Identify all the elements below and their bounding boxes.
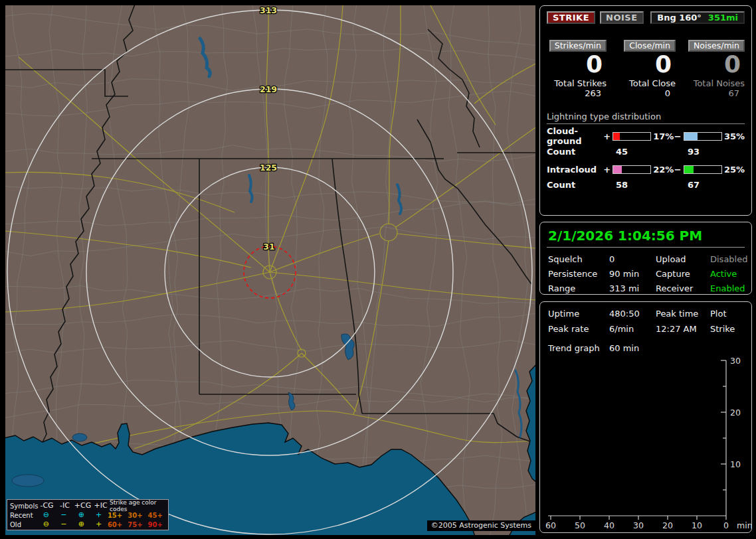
plus-sign: + <box>603 131 611 141</box>
close-per-min-value: 0 <box>655 52 676 77</box>
count-label: Count <box>547 180 575 190</box>
age-code-45: 45+ <box>148 512 168 519</box>
strikes-per-min-value: 0 <box>586 52 607 77</box>
datetime-display: 2/1/2026 1:04:56 PM <box>547 226 745 248</box>
cg-negative-count: 93 <box>688 147 700 157</box>
ic-negative-bar-fill <box>684 166 694 173</box>
bearing-readout: Bng 160° 351mi <box>650 11 745 24</box>
intracloud-count-row: Count 58 67 <box>547 180 745 191</box>
legend-col-neg-cg: -CG <box>38 502 56 510</box>
persistence-value: 90 min <box>609 269 656 279</box>
legend-col-pos-ic: +IC <box>92 502 110 510</box>
legend-col-neg-ic: -IC <box>56 502 74 510</box>
bearing-distance: 351mi <box>708 13 738 23</box>
persistence-label: Persistence <box>548 269 609 279</box>
noise-mode-button[interactable]: NOISE <box>600 11 644 24</box>
cg-positive-bar-fill <box>613 133 620 140</box>
stats-panel: Uptime 480:50 Peak time Plot Peak rate 6… <box>539 301 752 533</box>
legend-old-label: Old <box>10 521 37 528</box>
strike-mode-button[interactable]: STRIKE <box>547 11 595 24</box>
rate-counters: Strikes/min 0 Total Strikes 263 Close/mi… <box>547 40 745 98</box>
svg-text:10: 10 <box>730 459 741 469</box>
svg-text:20: 20 <box>730 408 741 418</box>
status-panel: 2/1/2026 1:04:56 PM Squelch 0 Upload Dis… <box>539 222 752 295</box>
minus-sign: − <box>674 165 682 175</box>
cg-negative-bar-fill <box>684 133 698 140</box>
plus-sign: + <box>603 165 611 175</box>
recent-neg-ic-icon: − <box>55 511 72 519</box>
age-code-75: 75+ <box>128 521 147 528</box>
range-label-219: 219 <box>260 84 277 94</box>
count-label: Count <box>547 147 575 157</box>
receiver-label: Receiver <box>656 283 710 293</box>
svg-text:30: 30 <box>730 356 741 366</box>
legend-symbols-title: Symbols <box>10 502 38 510</box>
legend-col-pos-cg: +CG <box>74 502 92 510</box>
counters-panel: STRIKE NOISE Bng 160° 351mi Strikes/min … <box>539 5 752 216</box>
range-label: Range <box>548 283 609 293</box>
ic-positive-pct: 22% <box>653 165 674 175</box>
legend-age-title: Strike age color codes <box>110 499 168 512</box>
minus-sign: − <box>674 131 682 141</box>
radar-map: 313 219 125 31 Symbols -CG -IC +CG +IC S… <box>5 5 535 535</box>
trend-graph: 3020106050403020100min <box>540 302 751 532</box>
capture-state: Active <box>710 269 747 279</box>
recent-pos-cg-icon: ⊕ <box>72 511 90 519</box>
squelch-label: Squelch <box>548 254 609 264</box>
noises-per-min-value: 0 <box>724 52 745 77</box>
ic-positive-bar <box>613 165 651 174</box>
age-code-90: 90+ <box>148 521 168 528</box>
cg-positive-bar <box>613 132 651 141</box>
upload-state: Disabled <box>710 254 747 264</box>
ic-negative-pct: 25% <box>724 165 745 175</box>
cloud-ground-label: Cloud-ground <box>547 126 603 146</box>
copyright-bar: ©2005 Astrogenic Systems <box>427 520 535 531</box>
cloud-ground-row: Cloud-ground + 17% − 35% <box>547 131 745 141</box>
intracloud-label: Intracloud <box>547 165 603 175</box>
cg-negative-pct: 35% <box>724 131 745 141</box>
symbols-legend: Symbols -CG -IC +CG +IC Strike age color… <box>7 499 169 530</box>
ic-negative-bar <box>684 165 722 174</box>
svg-text:60: 60 <box>545 520 556 530</box>
old-pos-cg-icon: ⊕ <box>72 520 90 528</box>
total-strikes-label: Total Strikes <box>554 78 607 88</box>
total-close-label: Total Close <box>629 78 676 88</box>
svg-text:40: 40 <box>604 520 614 530</box>
age-code-15: 15+ <box>108 512 128 519</box>
squelch-value: 0 <box>609 254 656 264</box>
distribution-title: Lightning type distribution <box>547 112 745 124</box>
cloud-ground-count-row: Count 45 93 <box>547 147 745 157</box>
total-noises-value: 67 <box>728 88 745 98</box>
svg-text:20: 20 <box>662 520 673 530</box>
bearing-label: Bng 160° <box>657 13 702 23</box>
cg-positive-count: 45 <box>616 147 628 157</box>
svg-text:30: 30 <box>633 520 644 530</box>
ic-positive-bar-fill <box>613 166 621 173</box>
ic-positive-count: 58 <box>616 180 628 190</box>
age-code-30: 30+ <box>128 512 147 519</box>
old-neg-cg-icon: ⊖ <box>37 520 54 528</box>
strikes-counter: Strikes/min 0 Total Strikes 263 <box>547 40 607 98</box>
svg-text:0: 0 <box>723 520 729 530</box>
legend-recent-row: Recent ⊖ − ⊕ + 15+ 30+ 45+ <box>10 510 168 520</box>
range-label-125: 125 <box>260 163 277 173</box>
range-label-31: 31 <box>263 242 274 252</box>
close-counter: Close/min 0 Total Close 0 <box>616 40 676 98</box>
range-value: 313 mi <box>609 283 656 293</box>
capture-label: Capture <box>656 269 710 279</box>
map-canvas: 313 219 125 31 <box>5 5 535 535</box>
total-close-value: 0 <box>665 88 676 98</box>
total-strikes-value: 263 <box>585 88 607 98</box>
old-pos-ic-icon: + <box>90 520 107 528</box>
app-window: 313 219 125 31 Symbols -CG -IC +CG +IC S… <box>0 0 756 539</box>
recent-neg-cg-icon: ⊖ <box>37 511 54 519</box>
legend-recent-label: Recent <box>10 512 37 519</box>
mode-row: STRIKE NOISE Bng 160° 351mi <box>547 11 745 24</box>
old-neg-ic-icon: − <box>55 520 72 528</box>
upload-label: Upload <box>656 254 710 264</box>
svg-text:50: 50 <box>575 520 585 530</box>
total-noises-label: Total Noises <box>694 78 745 88</box>
legend-old-row: Old ⊖ − ⊕ + 60+ 75+ 90+ <box>10 520 168 529</box>
range-label-313: 313 <box>260 5 277 15</box>
ic-negative-count: 67 <box>688 180 700 190</box>
